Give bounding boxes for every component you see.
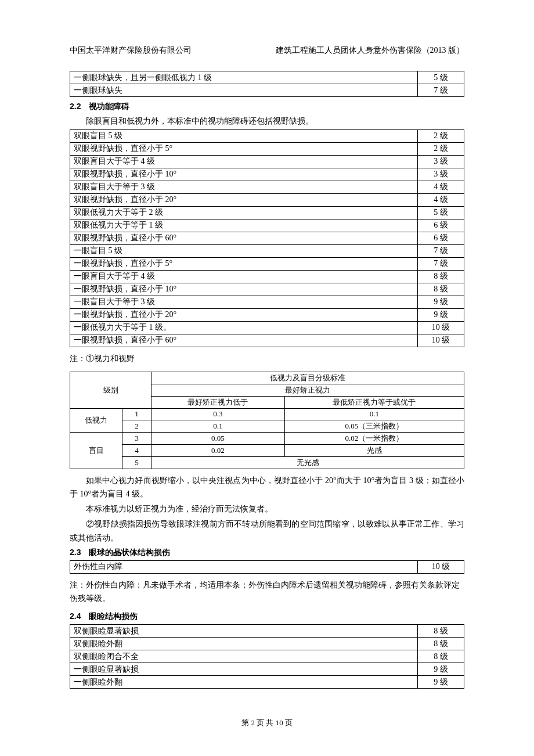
cell-level: 9 级 — [418, 663, 464, 676]
table-row: 双眼低视力大于等于 1 级6 级 — [70, 219, 464, 232]
para-2: 本标准视力以矫正视力为准，经治疗而无法恢复者。 — [70, 502, 464, 516]
cell-level: 5 级 — [418, 71, 464, 84]
table-2-4: 双侧眼睑显著缺损8 级双侧眼睑外翻8 级双侧眼睑闭合不全8 级一侧眼睑显著缺损9… — [70, 624, 464, 689]
cell-desc: 一眼低视力大于等于 1 级。 — [70, 321, 418, 334]
cell-level: 9 级 — [418, 308, 464, 321]
para-1: 如果中心视力好而视野缩小，以中央注视点为中心，视野直径小于 20°而大于 10°… — [70, 474, 464, 502]
sub-th-standard: 低视力及盲目分级标准 — [151, 372, 464, 384]
cell-level: 5 级 — [418, 206, 464, 219]
cell-level: 9 级 — [418, 296, 464, 308]
table-row: 双眼视野缺损，直径小于 20°4 级 — [70, 193, 464, 206]
para-3: ②视野缺损指因损伤导致眼球注视前方而不转动所能看到的空间范围缩窄，以致难以从事正… — [70, 517, 464, 545]
sub-cat-blind: 盲目 — [70, 432, 122, 469]
table-row: 一眼视野缺损，直径小于 60°10 级 — [70, 334, 464, 347]
cell-level: 7 级 — [418, 257, 464, 270]
table-row: 外伤性白内障 10 级 — [70, 560, 464, 573]
cell-desc: 一眼视野缺损，直径小于 10° — [70, 283, 418, 296]
note-1-label: 注：①视力和视野 — [70, 352, 464, 366]
cell-level: 4 级 — [418, 181, 464, 193]
cell-desc: 双眼视野缺损，直径小于 60° — [70, 232, 418, 244]
vision-standard-table: 级别 低视力及盲目分级标准 最好矫正视力 最好矫正视力低于 最低矫正视力等于或优… — [70, 372, 464, 469]
cell-level: 8 级 — [418, 650, 464, 663]
table-row: 双侧眼睑外翻8 级 — [70, 638, 464, 650]
header-left: 中国太平洋财产保险股份有限公司 — [70, 45, 192, 56]
sub-cat-low: 低视力 — [70, 408, 122, 432]
table-row: 一侧眼睑外翻9 级 — [70, 676, 464, 689]
section-2-4-title: 2.4 眼睑结构损伤 — [70, 611, 464, 622]
table-row: 双侧眼睑显著缺损8 级 — [70, 625, 464, 638]
cell-desc: 一眼盲目 5 级 — [70, 244, 418, 257]
cell-desc: 双眼视野缺损，直径小于 5° — [70, 142, 418, 155]
table-row: 双眼视野缺损，直径小于 60°6 级 — [70, 232, 464, 244]
cell-desc: 一侧眼球缺失 — [70, 84, 418, 97]
table-row: 双眼视野缺损，直径小于 10°3 级 — [70, 168, 464, 181]
sub-th-atleast: 最低矫正视力等于或优于 — [284, 396, 464, 408]
sub-n: 2 — [122, 420, 151, 432]
sub-th-level: 级别 — [70, 372, 151, 408]
page-header: 中国太平洋财产保险股份有限公司 建筑工程施工人员团体人身意外伤害保险（2013 … — [70, 45, 464, 56]
table-2-3: 外伤性白内障 10 级 — [70, 560, 464, 574]
table-row: 双眼低视力大于等于 2 级5 级 — [70, 206, 464, 219]
cell-desc: 双眼盲目 5 级 — [70, 129, 418, 142]
section-2-2-title: 2.2 视功能障碍 — [70, 102, 464, 112]
table-2-2: 双眼盲目 5 级2 级双眼视野缺损，直径小于 5°2 级双眼盲目大于等于 4 级… — [70, 129, 464, 347]
cell-desc: 双侧眼睑显著缺损 — [70, 625, 418, 638]
cell-level: 7 级 — [418, 244, 464, 257]
table-row: 一眼盲目大于等于 3 级9 级 — [70, 296, 464, 308]
cell-level: 8 级 — [418, 270, 464, 283]
sub-below: 0.3 — [151, 408, 285, 420]
sub-atleast: 光感 — [284, 444, 464, 456]
section-2-3-note: 注：外伤性白内障：凡未做手术者，均适用本条；外伤性白内障术后遗留相关视功能障碍，… — [70, 578, 464, 606]
sub-n: 1 — [122, 408, 151, 420]
cell-level: 6 级 — [418, 219, 464, 232]
cell-level: 6 级 — [418, 232, 464, 244]
cell-level: 2 级 — [418, 142, 464, 155]
sub-atleast: 0.1 — [284, 408, 464, 420]
sub-n: 5 — [122, 456, 151, 469]
cell-level: 8 级 — [418, 283, 464, 296]
cell-level: 4 级 — [418, 193, 464, 206]
cell-desc: 双眼盲目大于等于 4 级 — [70, 155, 418, 168]
section-2-3-title: 2.3 眼球的晶状体结构损伤 — [70, 548, 464, 558]
cell-level: 8 级 — [418, 625, 464, 638]
cell-desc: 一眼视野缺损，直径小于 20° — [70, 308, 418, 321]
cell-desc: 双眼低视力大于等于 2 级 — [70, 206, 418, 219]
table-row: 一眼低视力大于等于 1 级。10 级 — [70, 321, 464, 334]
cell-desc: 双眼盲目大于等于 3 级 — [70, 181, 418, 193]
table-row: 双侧眼睑闭合不全8 级 — [70, 650, 464, 663]
section-2-2-intro: 除眼盲目和低视力外，本标准中的视功能障碍还包括视野缺损。 — [70, 114, 464, 128]
sub-n: 4 — [122, 444, 151, 456]
cell-desc: 外伤性白内障 — [70, 560, 418, 573]
cell-desc: 一眼盲目大于等于 3 级 — [70, 296, 418, 308]
cell-desc: 一眼盲目大于等于 4 级 — [70, 270, 418, 283]
sub-th-below: 最好矫正视力低于 — [151, 396, 285, 408]
table-row: 双眼视野缺损，直径小于 5°2 级 — [70, 142, 464, 155]
cell-desc: 一侧眼睑外翻 — [70, 676, 418, 689]
cell-desc: 双眼低视力大于等于 1 级 — [70, 219, 418, 232]
cell-desc: 一侧眼睑显著缺损 — [70, 663, 418, 676]
table-row: 一眼盲目 5 级7 级 — [70, 244, 464, 257]
table-row: 双眼盲目 5 级2 级 — [70, 129, 464, 142]
table-row: 双眼盲目大于等于 3 级4 级 — [70, 181, 464, 193]
sub-below: 0.1 — [151, 420, 285, 432]
table-row: 一眼视野缺损，直径小于 5°7 级 — [70, 257, 464, 270]
cell-level: 2 级 — [418, 129, 464, 142]
cell-level: 3 级 — [418, 168, 464, 181]
cell-desc: 双侧眼睑闭合不全 — [70, 650, 418, 663]
table-row: 双眼盲目大于等于 4 级3 级 — [70, 155, 464, 168]
header-right: 建筑工程施工人员团体人身意外伤害保险（2013 版） — [276, 45, 465, 56]
page-footer: 第 2 页 共 10 页 — [0, 718, 534, 728]
document-page: 中国太平洋财产保险股份有限公司 建筑工程施工人员团体人身意外伤害保险（2013 … — [0, 0, 534, 756]
table-row: 一侧眼球缺失，且另一侧眼低视力 1 级 5 级 — [70, 71, 464, 84]
cell-desc: 一眼视野缺损，直径小于 5° — [70, 257, 418, 270]
cell-desc: 双眼视野缺损，直径小于 20° — [70, 193, 418, 206]
table-continued: 一侧眼球缺失，且另一侧眼低视力 1 级 5 级 一侧眼球缺失 7 级 — [70, 71, 464, 97]
cell-desc: 一侧眼球缺失，且另一侧眼低视力 1 级 — [70, 71, 418, 84]
cell-level: 9 级 — [418, 676, 464, 689]
sub-below: 0.02 — [151, 444, 285, 456]
cell-desc: 一眼视野缺损，直径小于 60° — [70, 334, 418, 347]
table-row: 一侧眼球缺失 7 级 — [70, 84, 464, 97]
table-row: 一眼视野缺损，直径小于 10°8 级 — [70, 283, 464, 296]
cell-level: 8 级 — [418, 638, 464, 650]
table-row: 一眼盲目大于等于 4 级8 级 — [70, 270, 464, 283]
